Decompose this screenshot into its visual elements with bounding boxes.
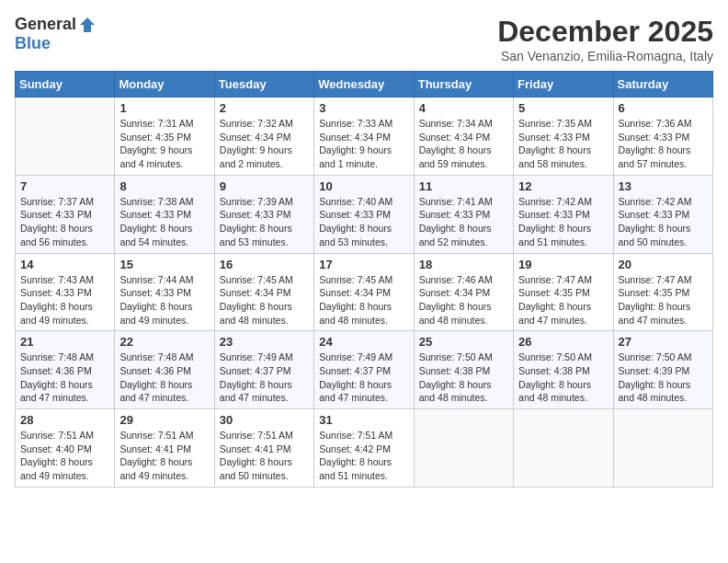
- day-number: 16: [220, 258, 309, 271]
- day-info: Sunrise: 7:51 AMSunset: 4:41 PMDaylight:…: [220, 429, 309, 483]
- day-number: 4: [419, 101, 508, 115]
- calendar-cell: 7Sunrise: 7:37 AMSunset: 4:33 PMDaylight…: [16, 175, 115, 253]
- day-number: 15: [119, 258, 209, 271]
- day-info: Sunrise: 7:42 AMSunset: 4:33 PMDaylight:…: [518, 195, 608, 249]
- page-header: General Blue December 2025 San Venanzio,…: [15, 15, 713, 63]
- calendar-cell: 6Sunrise: 7:36 AMSunset: 4:33 PMDaylight…: [613, 98, 712, 176]
- calendar-cell: 12Sunrise: 7:42 AMSunset: 4:33 PMDayligh…: [514, 175, 613, 253]
- day-info: Sunrise: 7:34 AMSunset: 4:34 PMDaylight:…: [419, 117, 508, 171]
- calendar-week-row: 14Sunrise: 7:43 AMSunset: 4:33 PMDayligh…: [16, 253, 713, 331]
- day-number: 17: [319, 258, 408, 271]
- day-info: Sunrise: 7:33 AMSunset: 4:34 PMDaylight:…: [319, 117, 408, 171]
- day-number: 28: [20, 413, 109, 427]
- title-block: December 2025 San Venanzio, Emilia-Romag…: [497, 15, 713, 63]
- calendar-cell: 3Sunrise: 7:33 AMSunset: 4:34 PMDaylight…: [314, 98, 414, 176]
- svg-marker-0: [80, 17, 95, 32]
- logo-icon: [78, 16, 97, 34]
- day-number: 24: [319, 335, 408, 349]
- calendar-table: SundayMondayTuesdayWednesdayThursdayFrid…: [15, 71, 713, 488]
- column-header-friday: Friday: [514, 72, 613, 98]
- day-info: Sunrise: 7:49 AMSunset: 4:37 PMDaylight:…: [319, 350, 408, 405]
- day-number: 30: [220, 413, 309, 427]
- day-info: Sunrise: 7:48 AMSunset: 4:36 PMDaylight:…: [119, 350, 209, 405]
- day-info: Sunrise: 7:44 AMSunset: 4:33 PMDaylight:…: [119, 273, 209, 327]
- calendar-header-row: SundayMondayTuesdayWednesdayThursdayFrid…: [16, 72, 713, 98]
- day-info: Sunrise: 7:45 AMSunset: 4:34 PMDaylight:…: [220, 273, 309, 327]
- day-number: 10: [319, 179, 408, 193]
- calendar-cell: 9Sunrise: 7:39 AMSunset: 4:33 PMDaylight…: [214, 175, 313, 253]
- logo-general-text: General: [15, 15, 76, 34]
- day-info: Sunrise: 7:46 AMSunset: 4:34 PMDaylight:…: [419, 273, 508, 327]
- day-info: Sunrise: 7:32 AMSunset: 4:34 PMDaylight:…: [220, 117, 309, 171]
- day-number: 29: [119, 413, 209, 427]
- calendar-week-row: 1Sunrise: 7:31 AMSunset: 4:35 PMDaylight…: [16, 98, 713, 176]
- day-info: Sunrise: 7:41 AMSunset: 4:33 PMDaylight:…: [419, 195, 508, 249]
- day-number: 27: [619, 335, 708, 349]
- column-header-tuesday: Tuesday: [214, 72, 313, 98]
- day-number: 2: [220, 101, 309, 115]
- day-number: 8: [119, 179, 209, 193]
- column-header-saturday: Saturday: [613, 72, 712, 98]
- day-number: 31: [319, 413, 408, 427]
- day-info: Sunrise: 7:45 AMSunset: 4:34 PMDaylight:…: [319, 273, 408, 327]
- calendar-cell: [613, 409, 712, 488]
- calendar-cell: 16Sunrise: 7:45 AMSunset: 4:34 PMDayligh…: [214, 253, 313, 331]
- calendar-week-row: 21Sunrise: 7:48 AMSunset: 4:36 PMDayligh…: [16, 331, 713, 409]
- calendar-cell: 2Sunrise: 7:32 AMSunset: 4:34 PMDaylight…: [214, 98, 313, 176]
- day-number: 26: [518, 335, 608, 349]
- day-info: Sunrise: 7:40 AMSunset: 4:33 PMDaylight:…: [319, 195, 408, 249]
- calendar-cell: 14Sunrise: 7:43 AMSunset: 4:33 PMDayligh…: [16, 253, 115, 331]
- day-info: Sunrise: 7:51 AMSunset: 4:42 PMDaylight:…: [319, 429, 408, 483]
- calendar-cell: 19Sunrise: 7:47 AMSunset: 4:35 PMDayligh…: [514, 253, 613, 331]
- calendar-cell: 4Sunrise: 7:34 AMSunset: 4:34 PMDaylight…: [414, 98, 513, 176]
- calendar-cell: 18Sunrise: 7:46 AMSunset: 4:34 PMDayligh…: [414, 253, 513, 331]
- calendar-cell: 28Sunrise: 7:51 AMSunset: 4:40 PMDayligh…: [16, 409, 115, 488]
- day-number: 5: [518, 101, 608, 115]
- calendar-cell: 5Sunrise: 7:35 AMSunset: 4:33 PMDaylight…: [514, 98, 613, 176]
- day-number: 20: [619, 258, 708, 271]
- day-info: Sunrise: 7:51 AMSunset: 4:41 PMDaylight:…: [119, 429, 209, 483]
- day-info: Sunrise: 7:39 AMSunset: 4:33 PMDaylight:…: [220, 195, 309, 249]
- day-number: 14: [20, 258, 109, 271]
- day-number: 11: [419, 179, 508, 193]
- day-info: Sunrise: 7:50 AMSunset: 4:39 PMDaylight:…: [619, 350, 708, 405]
- calendar-cell: 17Sunrise: 7:45 AMSunset: 4:34 PMDayligh…: [314, 253, 414, 331]
- calendar-cell: 26Sunrise: 7:50 AMSunset: 4:38 PMDayligh…: [514, 331, 613, 409]
- calendar-cell: 13Sunrise: 7:42 AMSunset: 4:33 PMDayligh…: [613, 175, 712, 253]
- location-subtitle: San Venanzio, Emilia-Romagna, Italy: [497, 49, 713, 63]
- calendar-cell: 22Sunrise: 7:48 AMSunset: 4:36 PMDayligh…: [115, 331, 214, 409]
- column-header-monday: Monday: [115, 72, 214, 98]
- day-info: Sunrise: 7:35 AMSunset: 4:33 PMDaylight:…: [518, 117, 608, 171]
- day-info: Sunrise: 7:48 AMSunset: 4:36 PMDaylight:…: [20, 350, 109, 405]
- day-info: Sunrise: 7:36 AMSunset: 4:33 PMDaylight:…: [619, 117, 708, 171]
- day-info: Sunrise: 7:47 AMSunset: 4:35 PMDaylight:…: [619, 273, 708, 327]
- calendar-week-row: 28Sunrise: 7:51 AMSunset: 4:40 PMDayligh…: [16, 409, 713, 488]
- calendar-cell: 15Sunrise: 7:44 AMSunset: 4:33 PMDayligh…: [115, 253, 214, 331]
- calendar-cell: 30Sunrise: 7:51 AMSunset: 4:41 PMDayligh…: [214, 409, 313, 488]
- day-number: 9: [220, 179, 309, 193]
- day-info: Sunrise: 7:43 AMSunset: 4:33 PMDaylight:…: [20, 273, 109, 327]
- calendar-cell: 20Sunrise: 7:47 AMSunset: 4:35 PMDayligh…: [613, 253, 712, 331]
- day-info: Sunrise: 7:50 AMSunset: 4:38 PMDaylight:…: [419, 350, 508, 405]
- day-info: Sunrise: 7:49 AMSunset: 4:37 PMDaylight:…: [220, 350, 309, 405]
- day-number: 22: [119, 335, 209, 349]
- calendar-cell: 24Sunrise: 7:49 AMSunset: 4:37 PMDayligh…: [314, 331, 414, 409]
- day-number: 21: [20, 335, 109, 349]
- day-number: 3: [319, 101, 408, 115]
- day-number: 7: [20, 179, 109, 193]
- day-number: 12: [518, 179, 608, 193]
- day-info: Sunrise: 7:37 AMSunset: 4:33 PMDaylight:…: [20, 195, 109, 249]
- calendar-cell: 21Sunrise: 7:48 AMSunset: 4:36 PMDayligh…: [16, 331, 115, 409]
- day-info: Sunrise: 7:50 AMSunset: 4:38 PMDaylight:…: [518, 350, 608, 405]
- logo: General Blue: [15, 15, 97, 53]
- calendar-cell: 27Sunrise: 7:50 AMSunset: 4:39 PMDayligh…: [613, 331, 712, 409]
- calendar-cell: 25Sunrise: 7:50 AMSunset: 4:38 PMDayligh…: [414, 331, 513, 409]
- calendar-cell: 11Sunrise: 7:41 AMSunset: 4:33 PMDayligh…: [414, 175, 513, 253]
- day-info: Sunrise: 7:31 AMSunset: 4:35 PMDaylight:…: [119, 117, 209, 171]
- calendar-cell: 10Sunrise: 7:40 AMSunset: 4:33 PMDayligh…: [314, 175, 414, 253]
- day-number: 1: [119, 101, 209, 115]
- logo-blue-text: Blue: [15, 34, 51, 53]
- day-number: 19: [518, 258, 608, 271]
- day-number: 6: [619, 101, 708, 115]
- day-info: Sunrise: 7:47 AMSunset: 4:35 PMDaylight:…: [518, 273, 608, 327]
